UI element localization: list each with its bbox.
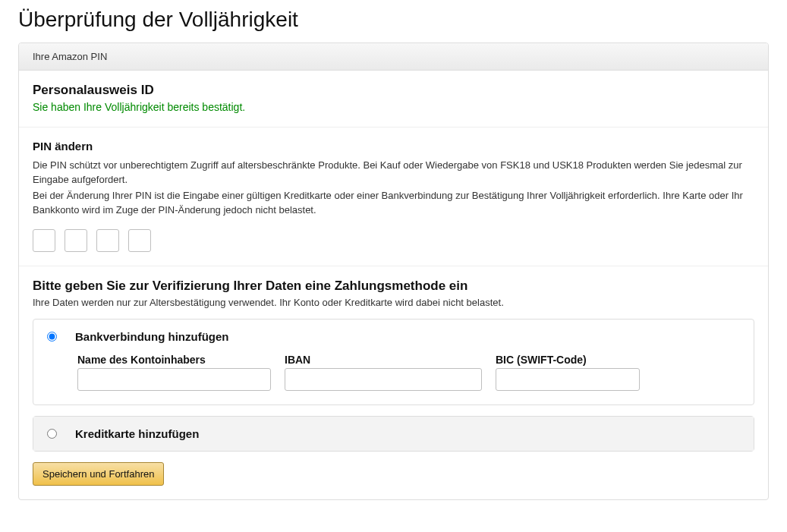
account-holder-group: Name des Kontoinhabers xyxy=(77,354,271,391)
pin-desc-2: Bei der Änderung Ihrer PIN ist die Einga… xyxy=(33,189,754,218)
bank-option-header[interactable]: Bankverbindung hinzufügen xyxy=(33,320,754,351)
bic-label: BIC (SWIFT-Code) xyxy=(496,354,640,366)
iban-group: IBAN xyxy=(285,354,482,391)
pin-digit-3[interactable] xyxy=(96,229,119,252)
panel-header: Ihre Amazon PIN xyxy=(19,43,768,71)
card-radio[interactable] xyxy=(47,429,57,439)
main-panel: Ihre Amazon PIN Personalausweis ID Sie h… xyxy=(18,42,769,500)
account-holder-label: Name des Kontoinhabers xyxy=(77,354,271,366)
bank-option-box: Bankverbindung hinzufügen Name des Konto… xyxy=(33,319,754,405)
pin-desc-1: Die PIN schützt vor unberechtigtem Zugri… xyxy=(33,159,754,187)
account-holder-input[interactable] xyxy=(77,368,271,391)
pin-digit-1[interactable] xyxy=(33,229,55,252)
bank-radio[interactable] xyxy=(47,332,57,342)
pin-inputs-row xyxy=(33,229,754,252)
card-option-box: Kreditkarte hinzufügen xyxy=(33,416,754,452)
payment-section: Bitte geben Sie zur Verifizierung Ihrer … xyxy=(19,266,768,499)
bank-option-label: Bankverbindung hinzufügen xyxy=(75,330,229,343)
payment-section-title: Bitte geben Sie zur Verifizierung Ihrer … xyxy=(33,279,754,294)
id-confirmed-message: Sie haben Ihre Volljährigkeit bereits be… xyxy=(33,101,754,113)
iban-label: IBAN xyxy=(285,354,482,366)
save-continue-button[interactable]: Speichern und Fortfahren xyxy=(33,462,164,486)
card-option-header[interactable]: Kreditkarte hinzufügen xyxy=(33,417,754,451)
bic-input[interactable] xyxy=(496,368,640,391)
id-section: Personalausweis ID Sie haben Ihre Volljä… xyxy=(19,71,768,127)
pin-digit-4[interactable] xyxy=(128,229,151,252)
pin-section: PIN ändern Die PIN schützt vor unberecht… xyxy=(19,127,768,266)
bic-group: BIC (SWIFT-Code) xyxy=(496,354,640,391)
bank-option-body: Name des Kontoinhabers IBAN BIC (SWIFT-C… xyxy=(33,351,754,405)
iban-input[interactable] xyxy=(285,368,482,391)
payment-note: Ihre Daten werden nur zur Altersbestätig… xyxy=(33,297,754,308)
pin-section-title: PIN ändern xyxy=(33,140,754,153)
card-option-label: Kreditkarte hinzufügen xyxy=(75,427,199,440)
pin-digit-2[interactable] xyxy=(65,229,87,252)
page-title: Überprüfung der Volljährigkeit xyxy=(18,8,769,32)
id-section-title: Personalausweis ID xyxy=(33,83,754,98)
